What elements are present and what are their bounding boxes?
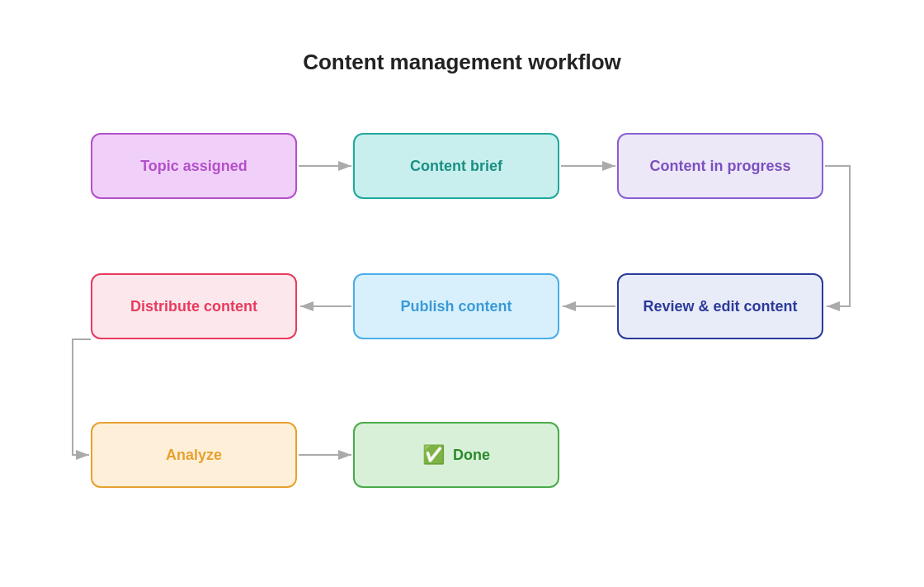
node-review-content: Review & edit content [617, 273, 823, 339]
done-check-icon: ✅ [422, 444, 445, 466]
node-content-progress: Content in progress [617, 133, 823, 199]
node-done: ✅ Done [353, 422, 559, 488]
node-publish-content: Publish content [353, 273, 559, 339]
analyze-label: Analyze [166, 447, 222, 464]
node-content-brief: Content brief [353, 133, 559, 199]
distribute-label: Distribute content [130, 298, 257, 315]
workflow-diagram: Topic assigned Content brief Content in … [50, 108, 874, 537]
done-label: Done [453, 447, 490, 464]
node-topic-assigned: Topic assigned [91, 133, 297, 199]
node-distribute-content: Distribute content [91, 273, 297, 339]
progress-label: Content in progress [649, 158, 790, 175]
page-title: Content management workflow [303, 50, 621, 75]
publish-label: Publish content [401, 298, 512, 315]
review-label: Review & edit content [643, 298, 797, 315]
topic-label: Topic assigned [140, 158, 248, 175]
brief-label: Content brief [410, 158, 502, 175]
node-analyze: Analyze [91, 422, 297, 488]
